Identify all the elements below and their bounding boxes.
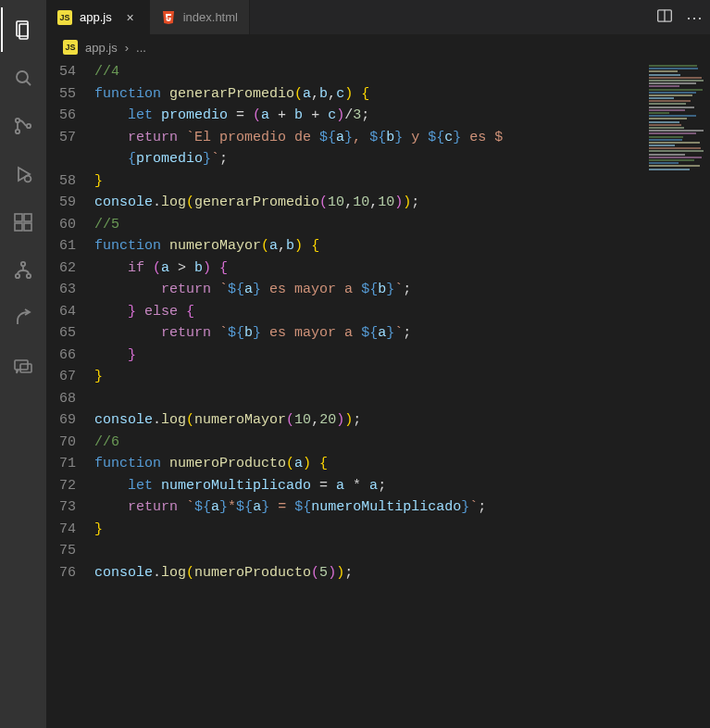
minimap-line [649,147,701,149]
minimap-line [649,80,704,82]
code-line[interactable]: 76console.log(numeroProducto(5)); [46,562,645,584]
share-icon[interactable] [1,296,45,341]
line-number: 63 [46,279,94,301]
search-icon[interactable] [1,56,45,100]
line-number: 65 [46,322,94,345]
code-line[interactable]: 65 return `${b} es mayor a ${a}`; [46,322,645,345]
code-line[interactable]: 59console.log(generarPromedio(10,10,10))… [46,192,645,214]
code-line[interactable]: 54//4 [46,61,645,83]
code-line[interactable]: 58} [46,170,645,193]
minimap-line [649,121,679,123]
code-line[interactable]: 64 } else { [46,301,645,323]
svg-point-4 [16,119,19,122]
code-content: function numeroMayor(a,b) { [94,235,319,257]
line-number: 57 [46,127,94,149]
tab-app-js[interactable]: JSapp.js× [46,0,150,34]
code-line[interactable]: 69console.log(numeroMayor(10,20)); [46,409,645,432]
line-number: 75 [46,540,94,562]
code-content: {promedio}`; [94,148,228,170]
js-file-icon: JS [57,10,72,25]
code-line[interactable]: 74} [46,519,645,541]
line-number: 67 [46,366,94,388]
more-actions-icon[interactable]: ⋯ [686,7,704,28]
minimap-line [649,124,681,126]
minimap-line [649,112,669,114]
line-number: 69 [46,409,94,432]
line-number: 70 [46,432,94,454]
minimap-line [649,169,690,170]
code-line[interactable]: 75 [46,540,645,562]
code-content: return `${a}*${a} = ${numeroMultiplicado… [94,496,486,519]
code-line[interactable]: 66 } [46,345,645,367]
minimap-line [649,85,679,87]
activity-bar [0,0,46,728]
minimap-line [649,82,696,84]
code-content: } [94,345,136,367]
minimap-line [649,70,678,72]
code-content: console.log(generarPromedio(10,10,10)); [94,192,419,214]
code-line[interactable]: 62 if (a > b) { [46,257,645,280]
line-number: 73 [46,496,94,519]
minimap-line [649,100,691,102]
close-icon[interactable]: × [123,10,138,25]
code-line[interactable]: 61function numeroMayor(a,b) { [46,235,645,257]
code-line[interactable]: 70//6 [46,432,645,454]
minimap-line [649,132,696,134]
breadcrumb-file: app.js [85,41,118,55]
code-line[interactable]: 57 return `El promedio de ${a}, ${b} y $… [46,127,645,149]
code-line[interactable]: 73 return `${a}*${a} = ${numeroMultiplic… [46,496,645,519]
minimap-line [649,142,700,144]
breadcrumb[interactable]: JS app.js › ... [46,35,710,59]
minimap-line [649,159,694,161]
js-file-icon: JS [63,40,78,55]
minimap-line [649,107,694,108]
code-editor[interactable]: 54//455function generarPromedio(a,b,c) {… [46,59,645,728]
minimap-line [649,118,687,119]
code-content: } [94,519,103,541]
comment-icon[interactable] [1,345,45,389]
extensions-icon[interactable] [1,200,45,245]
line-number: 54 [46,61,94,83]
minimap-line [649,94,692,96]
minimap-line [649,103,686,105]
svg-point-14 [16,274,19,278]
code-line[interactable]: 71function numeroProducto(a) { [46,453,645,475]
minimap-line [649,77,702,79]
code-content: } [94,170,103,193]
code-line[interactable]: 67} [46,366,645,388]
code-line[interactable]: 72 let numeroMultiplicado = a * a; [46,475,645,497]
code-content: if (a > b) { [94,257,228,280]
tab-label: index.html [183,10,238,24]
code-line[interactable]: 60//5 [46,214,645,236]
code-line[interactable]: 68 [46,388,645,410]
source-control-icon[interactable] [1,104,45,148]
html-file-icon [161,10,176,25]
svg-rect-16 [15,360,28,370]
code-line[interactable]: {promedio}`; [46,148,645,170]
code-content: } else { [94,301,194,323]
git-graph-icon[interactable] [1,248,45,293]
run-debug-icon[interactable] [1,152,45,196]
minimap-line [649,68,698,69]
svg-line-3 [27,82,31,86]
minimap-line [649,127,684,129]
line-number: 55 [46,83,94,106]
svg-point-13 [21,262,25,266]
vertical-scrollbar[interactable] [697,59,710,728]
code-line[interactable]: 55function generarPromedio(a,b,c) { [46,83,645,106]
line-number: 66 [46,345,94,367]
minimap-line [649,162,679,164]
minimap-line [649,136,683,138]
code-line[interactable]: 56 let promedio = (a + b + c)/3; [46,105,645,127]
explorer-icon[interactable] [1,7,45,52]
code-line[interactable]: 63 return `${a} es mayor a ${b}`; [46,279,645,301]
svg-point-2 [17,71,28,82]
code-content: //5 [94,214,119,236]
split-editor-icon[interactable] [656,7,673,28]
tab-index-html[interactable]: index.html [150,0,250,34]
tab-actions: ⋯ [656,0,704,34]
code-content: //4 [94,61,119,83]
minimap-line [649,65,697,67]
svg-point-6 [27,124,31,128]
breadcrumb-trail: ... [136,41,146,55]
